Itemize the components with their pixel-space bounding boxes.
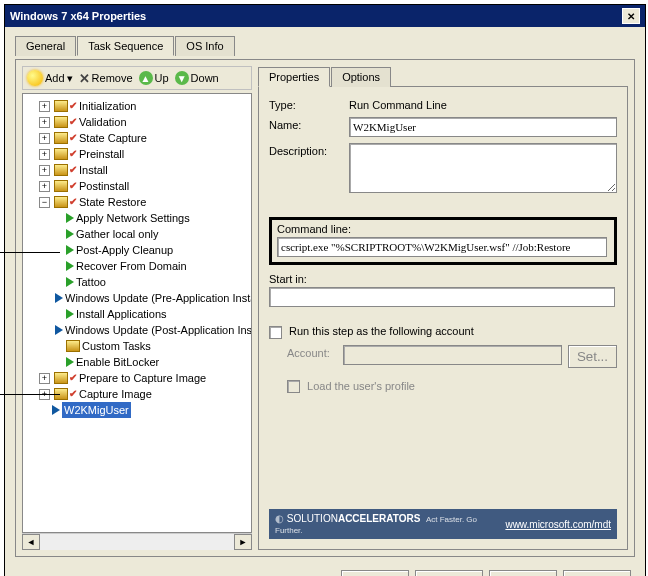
tab-general[interactable]: General xyxy=(15,36,76,56)
tree-group[interactable]: +✔ Preinstall xyxy=(39,146,249,162)
sun-icon xyxy=(27,70,43,86)
tree-group[interactable]: +✔ Capture Image xyxy=(39,386,249,402)
tree-item[interactable]: Apply Network Settings xyxy=(53,210,252,226)
apply-button[interactable]: Apply xyxy=(489,570,557,576)
folder-icon xyxy=(54,100,68,112)
check-icon: ✔ xyxy=(69,98,77,114)
tree-item[interactable]: Windows Update (Pre-Application Installa… xyxy=(53,290,252,306)
expand-icon[interactable]: + xyxy=(39,373,50,384)
tree-group[interactable]: +✔ State Capture xyxy=(39,130,249,146)
expand-icon[interactable]: + xyxy=(39,117,50,128)
remove-button[interactable]: ✕Remove xyxy=(79,71,133,86)
command-line-field[interactable] xyxy=(277,237,607,257)
step-icon xyxy=(66,357,74,367)
step-icon xyxy=(66,229,74,239)
check-icon: ✔ xyxy=(69,162,77,178)
close-icon[interactable]: ✕ xyxy=(622,8,640,24)
tree-group[interactable]: +✔ Postinstall xyxy=(39,178,249,194)
step-icon xyxy=(55,293,63,303)
window-title: Windows 7 x64 Properties xyxy=(10,10,146,22)
tree-group[interactable]: −✔ State Restore xyxy=(39,194,249,210)
folder-icon xyxy=(66,340,80,352)
startin-field[interactable] xyxy=(269,287,615,307)
down-button[interactable]: ▼Down xyxy=(175,71,219,85)
properties-window: Windows 7 x64 Properties ✕ General Task … xyxy=(4,4,646,576)
folder-icon xyxy=(54,164,68,176)
folder-icon xyxy=(54,196,68,208)
collapse-icon[interactable]: − xyxy=(39,197,50,208)
tab-properties[interactable]: Properties xyxy=(258,67,330,87)
tree-group[interactable]: +✔ Initialization xyxy=(39,98,249,114)
folder-icon xyxy=(54,372,68,384)
step-icon xyxy=(66,309,74,319)
check-icon: ✔ xyxy=(69,370,77,386)
footer-brand: ◐ SOLUTIONACCELERATORS Act Faster. Go Fu… xyxy=(269,509,617,539)
expand-icon[interactable]: + xyxy=(39,181,50,192)
tree-item[interactable]: Tattoo xyxy=(53,274,252,290)
tree-item[interactable]: Windows Update (Post-Application Install… xyxy=(53,322,252,338)
ts-panel: Add ▾ ✕Remove ▲Up ▼Down +✔ Initializatio… xyxy=(15,59,635,557)
tree-group[interactable]: +✔ Prepare to Capture Image xyxy=(39,370,249,386)
cmd-label: Command line: xyxy=(277,223,609,235)
tree-item[interactable]: Recover From Domain xyxy=(53,258,252,274)
check-icon: ✔ xyxy=(69,114,77,130)
scroll-right-icon[interactable]: ► xyxy=(234,534,252,550)
h-scrollbar[interactable]: ◄ ► xyxy=(22,533,252,550)
check-icon: ✔ xyxy=(69,146,77,162)
check-icon: ✔ xyxy=(69,178,77,194)
tree-item[interactable]: Post-Apply Cleanup xyxy=(53,242,252,258)
folder-icon xyxy=(54,148,68,160)
folder-icon xyxy=(54,180,68,192)
down-icon: ▼ xyxy=(175,71,189,85)
ok-button[interactable]: OK xyxy=(341,570,409,576)
step-icon xyxy=(66,261,74,271)
tree-item[interactable]: Enable BitLocker xyxy=(53,354,252,370)
tree-group[interactable]: +✔ Install xyxy=(39,162,249,178)
footer-link[interactable]: www.microsoft.com/mdt xyxy=(505,519,611,530)
runas-checkbox[interactable] xyxy=(269,326,282,339)
step-icon xyxy=(52,405,60,415)
folder-icon xyxy=(54,116,68,128)
folder-icon xyxy=(54,132,68,144)
type-value: Run Command Line xyxy=(349,97,447,111)
up-icon: ▲ xyxy=(139,71,153,85)
step-icon xyxy=(66,213,74,223)
cancel-button[interactable]: Cancel xyxy=(415,570,483,576)
step-icon xyxy=(66,245,74,255)
check-icon: ✔ xyxy=(69,386,77,402)
description-field[interactable] xyxy=(349,143,617,193)
account-label: Account: xyxy=(287,345,343,359)
tree-item[interactable]: Custom Tasks xyxy=(53,338,252,354)
tab-options[interactable]: Options xyxy=(331,67,391,87)
tree-group[interactable]: +✔ Validation xyxy=(39,114,249,130)
account-field xyxy=(343,345,562,365)
type-label: Type: xyxy=(269,97,349,111)
titlebar[interactable]: Windows 7 x64 Properties ✕ xyxy=(5,5,645,27)
tab-os-info[interactable]: OS Info xyxy=(175,36,234,56)
check-icon: ✔ xyxy=(69,194,77,210)
tree-item[interactable]: W2KMigUser xyxy=(39,402,249,418)
add-button[interactable]: Add ▾ xyxy=(27,70,73,86)
inner-tabs: Properties Options xyxy=(258,66,628,86)
sequence-tree[interactable]: +✔ Initialization+✔ Validation+✔ State C… xyxy=(22,93,252,533)
set-button: Set... xyxy=(568,345,617,368)
expand-icon[interactable]: + xyxy=(39,133,50,144)
expand-icon[interactable]: + xyxy=(39,101,50,112)
name-field[interactable] xyxy=(349,117,617,137)
up-button[interactable]: ▲Up xyxy=(139,71,169,85)
tree-item[interactable]: Gather local only xyxy=(53,226,252,242)
x-icon: ✕ xyxy=(79,71,90,86)
dialog-buttons: OK Cancel Apply Help xyxy=(5,563,645,576)
tree-item[interactable]: Install Applications xyxy=(53,306,252,322)
right-column: Properties Options Type: Run Command Lin… xyxy=(258,66,628,550)
expand-icon[interactable]: + xyxy=(39,149,50,160)
expand-icon[interactable]: + xyxy=(39,165,50,176)
step-icon xyxy=(55,325,63,335)
left-column: Add ▾ ✕Remove ▲Up ▼Down +✔ Initializatio… xyxy=(22,66,252,550)
step-properties: Type: Run Command Line Name: Description… xyxy=(258,86,628,550)
load-profile-checkbox xyxy=(287,380,300,393)
outer-tabs: General Task Sequence OS Info xyxy=(15,35,635,55)
help-button[interactable]: Help xyxy=(563,570,631,576)
scroll-left-icon[interactable]: ◄ xyxy=(22,534,40,550)
tab-task-sequence[interactable]: Task Sequence xyxy=(77,36,174,56)
